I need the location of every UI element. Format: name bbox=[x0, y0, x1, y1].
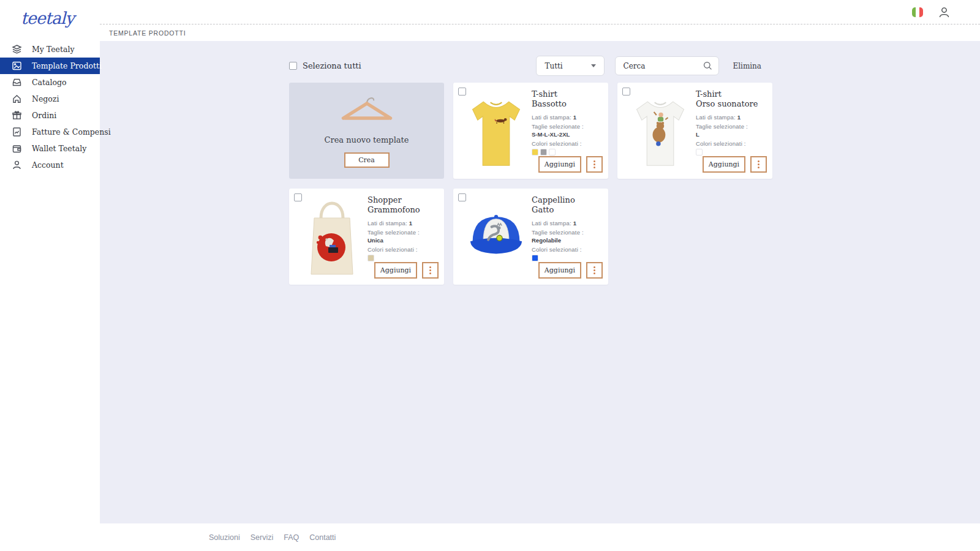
print-sides: Lati di stampa: 1 bbox=[532, 114, 603, 121]
inbox-icon bbox=[12, 77, 22, 88]
add-button[interactable]: Aggiungi bbox=[374, 262, 417, 279]
footer-link-faq[interactable]: FAQ bbox=[284, 533, 299, 542]
account-avatar-icon[interactable] bbox=[938, 6, 951, 19]
sidebar-item-ordini[interactable]: Ordini bbox=[0, 107, 100, 124]
select-all: Seleziona tutti bbox=[289, 61, 361, 70]
product-image-yellow-tshirt bbox=[462, 88, 530, 174]
color-swatch bbox=[532, 149, 538, 156]
search-icon bbox=[703, 61, 713, 71]
product-image-tote-bag bbox=[298, 193, 366, 280]
add-button[interactable]: Aggiungi bbox=[703, 156, 745, 173]
product-card-tshirt-bassotto: T-shirt Bassotto Lati di stampa: 1 Tagli… bbox=[453, 83, 608, 179]
product-title: T-shirt Bassotto bbox=[532, 89, 603, 110]
print-sides: Lati di stampa: 1 bbox=[368, 220, 439, 227]
color-swatches bbox=[696, 149, 767, 156]
color-swatches bbox=[368, 255, 439, 261]
sizes-value: L bbox=[696, 131, 767, 138]
kebab-menu-button[interactable] bbox=[750, 156, 767, 173]
colors-label: Colori selezionati : bbox=[368, 246, 439, 253]
colors-label: Colori selezionati : bbox=[696, 140, 767, 147]
wallet-icon bbox=[12, 143, 22, 154]
color-swatch bbox=[549, 149, 556, 156]
sidebar-item-template-prodotti[interactable]: Template Prodotti bbox=[0, 58, 100, 74]
product-title: Shopper Grammofono bbox=[368, 195, 439, 216]
sidebar-item-label: Account bbox=[32, 160, 64, 170]
sidebar-item-label: Fatture & Compensi bbox=[32, 127, 111, 137]
add-button[interactable]: Aggiungi bbox=[538, 262, 581, 279]
chevron-down-icon bbox=[591, 64, 596, 67]
product-card-cappellino-gatto: Cappellino Gatto Lati di stampa: 1 Tagli… bbox=[453, 189, 608, 285]
sizes-label: Taglie selezionate : bbox=[696, 123, 767, 130]
breadcrumb: TEMPLATE PRODOTTI bbox=[109, 29, 186, 37]
kebab-menu-button[interactable] bbox=[586, 262, 603, 279]
language-flag-italy-icon[interactable] bbox=[912, 7, 923, 17]
image-icon bbox=[12, 61, 22, 71]
topbar bbox=[100, 0, 980, 24]
color-swatch bbox=[368, 255, 374, 261]
hanger-icon bbox=[336, 94, 398, 128]
sidebar-item-label: Catalogo bbox=[32, 78, 67, 87]
search-input[interactable] bbox=[623, 62, 703, 70]
sidebar-item-catalogo[interactable]: Catalogo bbox=[0, 74, 100, 91]
print-sides: Lati di stampa: 1 bbox=[532, 220, 603, 227]
sidebar-item-label: Ordini bbox=[32, 111, 56, 120]
layers-icon bbox=[12, 44, 22, 54]
footer-link-servizi[interactable]: Servizi bbox=[251, 533, 274, 542]
filter-dropdown[interactable]: Tutti bbox=[536, 56, 605, 76]
sizes-label: Taglie selezionate : bbox=[368, 229, 439, 236]
create-card-title: Crea nuovo template bbox=[324, 135, 409, 144]
sidebar-item-my-teetaly[interactable]: My Teetaly bbox=[0, 41, 100, 58]
color-swatch bbox=[532, 255, 538, 261]
sidebar-item-label: My Teetaly bbox=[32, 45, 75, 54]
gift-icon bbox=[12, 110, 22, 121]
filter-dropdown-value: Tutti bbox=[545, 62, 562, 70]
brand-logo[interactable]: teetaly bbox=[0, 0, 100, 28]
sidebar-item-negozi[interactable]: Negozi bbox=[0, 91, 100, 107]
product-card-shopper-grammofono: Shopper Grammofono Lati di stampa: 1 Tag… bbox=[289, 189, 444, 285]
footer-link-soluzioni[interactable]: Soluzioni bbox=[209, 533, 240, 542]
color-swatches bbox=[532, 149, 603, 156]
sidebar-item-label: Template Prodotti bbox=[32, 61, 102, 70]
product-title: T-shirt Orso suonatore bbox=[696, 89, 767, 110]
search-box bbox=[615, 56, 719, 75]
sidebar-item-label: Negozi bbox=[32, 94, 59, 103]
sizes-label: Taglie selezionate : bbox=[532, 229, 603, 236]
sizes-value: Unica bbox=[368, 237, 439, 244]
sizes-label: Taglie selezionate : bbox=[532, 123, 603, 130]
kebab-menu-button[interactable] bbox=[586, 156, 603, 173]
product-title: Cappellino Gatto bbox=[532, 195, 603, 216]
breadcrumb-bar: TEMPLATE PRODOTTI bbox=[100, 24, 980, 41]
sidebar-nav: My Teetaly Template Prodotti Catalogo Ne… bbox=[0, 41, 100, 173]
colors-label: Colori selezionati : bbox=[532, 140, 603, 147]
print-sides: Lati di stampa: 1 bbox=[696, 114, 767, 121]
filter-controls: Tutti Elimina bbox=[536, 56, 773, 76]
product-image-white-tshirt bbox=[626, 88, 695, 174]
filter-bar: Seleziona tutti Tutti Elimina bbox=[289, 56, 773, 76]
product-card-tshirt-orso: T-shirt Orso suonatore Lati di stampa: 1… bbox=[617, 83, 772, 179]
select-all-label: Seleziona tutti bbox=[303, 61, 361, 70]
main-content: Seleziona tutti Tutti Elimina bbox=[100, 41, 980, 523]
colors-label: Colori selezionati : bbox=[532, 246, 603, 253]
create-template-button[interactable]: Crea bbox=[344, 152, 390, 168]
sizes-value: S-M-L-XL-2XL bbox=[532, 131, 603, 138]
page: teetaly My Teetaly Template Prodotti Cat… bbox=[0, 0, 980, 551]
main-column: TEMPLATE PRODOTTI Seleziona tutti Tutti bbox=[100, 0, 980, 551]
sidebar-item-fatture-compensi[interactable]: Fatture & Compensi bbox=[0, 124, 100, 140]
sidebar-item-account[interactable]: Account bbox=[0, 157, 100, 173]
home-icon bbox=[12, 94, 22, 104]
footer: Soluzioni Servizi FAQ Contatti bbox=[100, 523, 980, 551]
select-all-checkbox[interactable] bbox=[289, 62, 297, 70]
add-button[interactable]: Aggiungi bbox=[538, 156, 581, 173]
sidebar-item-label: Wallet Teetaly bbox=[32, 144, 86, 153]
sidebar-item-wallet-teetaly[interactable]: Wallet Teetaly bbox=[0, 140, 100, 157]
product-image-cap bbox=[462, 193, 530, 280]
sidebar: teetaly My Teetaly Template Prodotti Cat… bbox=[0, 0, 100, 551]
footer-link-contatti[interactable]: Contatti bbox=[309, 533, 336, 542]
invoice-icon bbox=[12, 127, 22, 137]
color-swatch bbox=[540, 149, 547, 156]
delete-link[interactable]: Elimina bbox=[733, 62, 761, 70]
color-swatches bbox=[532, 255, 603, 261]
kebab-menu-button[interactable] bbox=[422, 262, 439, 279]
create-template-card: Crea nuovo template Crea bbox=[289, 83, 444, 179]
color-swatch bbox=[696, 149, 703, 156]
